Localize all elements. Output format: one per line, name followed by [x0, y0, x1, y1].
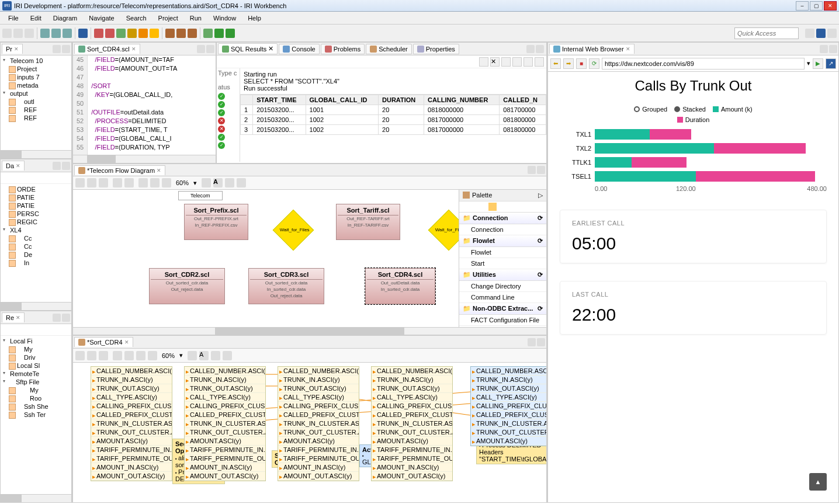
tool-icon[interactable]	[176, 29, 186, 38]
legend-stacked[interactable]: Stacked	[674, 106, 706, 113]
minimize-icon[interactable]	[53, 45, 61, 53]
url-dropdown[interactable]: ▾	[807, 60, 810, 67]
close-icon[interactable]: ✕	[157, 168, 161, 173]
folder-icon[interactable]	[488, 203, 497, 211]
tool-icon[interactable]	[30, 173, 38, 182]
mapping-column[interactable]: CALLED_NUMBER.ASCI(y)TRUNK_IN.ASCI(y)TRU…	[91, 366, 172, 481]
run-icon[interactable]	[214, 29, 224, 38]
tab-flow-diagram[interactable]: *Telecom Flow Diagram✕	[74, 165, 165, 175]
go-button[interactable]: ▶	[813, 58, 823, 69]
tree-node[interactable]: XL4	[2, 226, 70, 234]
tool-icon[interactable]	[11, 325, 19, 333]
tab-sql-results[interactable]: SQL Results✕	[218, 43, 278, 54]
new-icon[interactable]	[2, 29, 12, 38]
back-button[interactable]: ⬅	[550, 58, 561, 69]
single-tab-icon[interactable]	[512, 57, 522, 67]
browser-content[interactable]: Calls By Trunk Out Grouped Stacked Amoun…	[548, 72, 838, 502]
tree-leaf[interactable]: inputs 7	[2, 73, 70, 81]
tool-icon[interactable]	[87, 351, 96, 360]
tab-problems[interactable]: Problems	[321, 44, 365, 54]
maximize-icon[interactable]	[537, 338, 545, 346]
tree-leaf[interactable]: PATIE	[2, 201, 70, 210]
palette-item[interactable]: Command Line	[459, 292, 546, 303]
run-last-icon[interactable]	[226, 29, 235, 38]
flow-node[interactable]: Sort_CDR4.sclOut_outDetail.dataIn_sorted…	[365, 268, 435, 304]
maximize-button[interactable]: ▢	[810, 1, 823, 11]
tool-icon[interactable]	[535, 57, 544, 67]
tab-data-source[interactable]: Da✕	[2, 161, 25, 171]
close-icon[interactable]: ✕	[16, 315, 20, 321]
minimize-icon[interactable]	[197, 45, 205, 53]
flow-node[interactable]: Sort_Tariff.sclOut_REF-TARIFF.srtIn_REF-…	[336, 204, 400, 240]
code-editor[interactable]: 4546474849505152535455 /FIELD=(AMOUNT_IN…	[73, 55, 216, 155]
tool-icon[interactable]	[75, 351, 85, 360]
iri-icon[interactable]	[78, 29, 88, 38]
tool-icon[interactable]	[188, 351, 197, 360]
menu-run[interactable]: Run	[184, 13, 207, 23]
palette-item[interactable]: Change Directory	[459, 281, 546, 292]
scrollbar[interactable]	[73, 327, 546, 335]
tab-remote[interactable]: Re✕	[2, 312, 25, 322]
iri-perspective-icon[interactable]	[816, 29, 826, 38]
external-button[interactable]: ↗	[826, 58, 836, 69]
tool-icon[interactable]	[124, 178, 134, 187]
mapping-column[interactable]: CALLED_NUMBER.ASCI(y)TRUNK_IN.ASCI(y)TRU…	[278, 366, 359, 481]
quick-access-input[interactable]	[734, 27, 799, 39]
palette-item[interactable]: Start	[459, 258, 546, 269]
zoom-level[interactable]: 60%	[174, 179, 191, 186]
tool-icon[interactable]	[162, 178, 171, 187]
close-icon[interactable]: ✕	[16, 163, 20, 169]
text-mode-icon[interactable]	[523, 57, 533, 67]
close-icon[interactable]: ✕	[131, 46, 136, 52]
tool-icon[interactable]	[99, 178, 108, 187]
close-icon[interactable]: ✕	[626, 46, 630, 52]
tool-icon[interactable]	[51, 29, 61, 38]
tool-icon[interactable]	[136, 351, 145, 360]
debug-icon[interactable]	[203, 29, 213, 38]
maximize-icon[interactable]	[62, 45, 70, 53]
tree-leaf[interactable]: Driv	[2, 353, 70, 362]
scrollbar[interactable]	[1, 150, 71, 158]
font-icon[interactable]: A	[213, 178, 223, 187]
tool-icon[interactable]	[138, 29, 148, 38]
tree-leaf[interactable]: Ssh Ter	[2, 411, 70, 419]
stop-button[interactable]: ■	[576, 58, 587, 69]
palette-group[interactable]: 📁 Connection ⟳	[459, 213, 546, 224]
flow-node[interactable]: Sort_CDR2.sclOut_sorted_cdr.dataOut_reje…	[149, 268, 225, 304]
sql-result-table[interactable]: START_TIMEGLOBAL_CALL_IDDURATIONCALLING_…	[240, 95, 546, 162]
datasource-tree[interactable]: ORDE PATIE PATIE PERSC REGIC XL4 Cc Cc D…	[1, 184, 71, 302]
menu-help[interactable]: Help	[242, 13, 267, 23]
pointer-icon[interactable]	[460, 203, 469, 211]
tab-console[interactable]: Console	[279, 44, 319, 54]
maximize-icon[interactable]	[829, 45, 837, 53]
flow-node[interactable]: Sort_CDR3.sclOut_sorted_cdr.dataIn_sorte…	[248, 268, 324, 304]
close-icon[interactable]: ✕	[268, 45, 273, 53]
flow-diamond[interactable]: Wait_for_Files	[428, 210, 459, 251]
minimize-icon[interactable]	[53, 162, 61, 170]
palette-item[interactable]: FACT Configuration File	[459, 315, 546, 326]
tab-editor[interactable]: Sort_CDR4.scl✕	[74, 44, 140, 54]
shield-icon[interactable]	[150, 29, 159, 38]
tool-icon[interactable]	[237, 178, 246, 187]
tool-icon[interactable]	[20, 325, 29, 333]
maximize-icon[interactable]	[536, 45, 544, 53]
tool-icon[interactable]	[11, 173, 19, 182]
menu-diagram[interactable]: Diagram	[47, 13, 84, 23]
menu-file[interactable]: File	[2, 13, 25, 23]
tool-icon[interactable]	[116, 29, 126, 38]
tool-icon[interactable]	[87, 178, 96, 187]
legend-grouped[interactable]: Grouped	[634, 106, 667, 113]
minimize-icon[interactable]	[528, 338, 536, 346]
tool-icon[interactable]	[94, 29, 103, 38]
delete-icon[interactable]: ✕	[490, 57, 500, 67]
tree-leaf[interactable]: REGIC	[2, 218, 70, 226]
tool-icon[interactable]	[138, 178, 148, 187]
font-icon[interactable]: A	[199, 351, 209, 360]
tab-scheduler[interactable]: Scheduler	[366, 44, 412, 54]
tree-node[interactable]: Sftp File	[2, 378, 70, 386]
tool-icon[interactable]	[148, 351, 157, 360]
tab-project-explorer[interactable]: Pr✕	[2, 44, 23, 54]
flow-canvas[interactable]: Telecom Sort_Prefix.sclOut_REF-PREFIX.sr…	[73, 190, 459, 327]
collapse-icon[interactable]: ▷	[538, 192, 543, 199]
mapping-canvas[interactable]: Section Options ▪ alias sorted_cdr ▪ Pro…	[73, 363, 546, 502]
